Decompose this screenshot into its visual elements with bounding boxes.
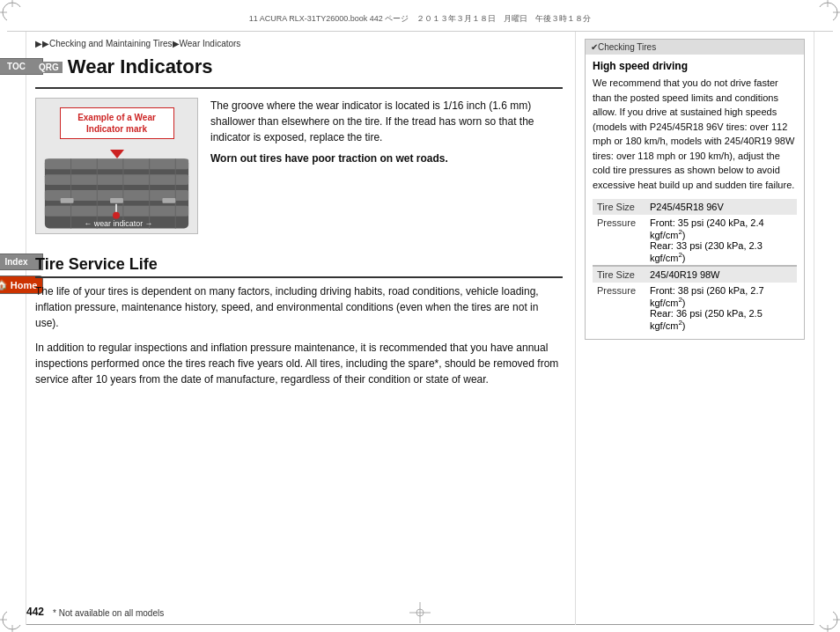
print-header: 11 ACURA RLX-31TY26000.book 442 ページ ２０１３… [7, 7, 833, 32]
right-sidebar [814, 32, 833, 625]
wear-image-box: Example of a Wear Indicator mark [35, 98, 198, 234]
wear-indicator-section: Example of a Wear Indicator mark [35, 98, 563, 243]
breadcrumb: ▶▶Checking and Maintaining Tires▶Wear In… [35, 39, 563, 48]
info-box-header-text: ✔Checking Tires [591, 42, 656, 52]
para1: The groove where the wear indicator is l… [210, 98, 563, 145]
pressure-label-1: Pressure [593, 215, 645, 266]
tire-size-label-2: Tire Size [593, 266, 645, 283]
table-row: Tire Size P245/45R18 96V [593, 199, 797, 215]
info-para: We recommend that you do not drive faste… [593, 76, 797, 192]
table-row: Pressure Front: 38 psi (260 kPa, 2.7 kgf… [593, 283, 797, 333]
tire-table: Tire Size P245/45R18 96V Pressure Front:… [593, 199, 797, 334]
tire-size-label-1: Tire Size [593, 199, 645, 215]
svg-rect-27 [162, 198, 175, 203]
section-title: Wear Indicators [68, 55, 213, 78]
table-row: Tire Size 245/40R19 98W [593, 266, 797, 283]
page-number: 442 [26, 606, 44, 618]
svg-rect-26 [110, 198, 123, 203]
table-row: Pressure Front: 35 psi (240 kPa, 2.4 kgf… [593, 215, 797, 266]
para1-bold: Worn out tires have poor traction on wet… [210, 151, 563, 166]
info-box-content: High speed driving We recommend that you… [586, 55, 804, 339]
section-title-row: QRG Wear Indicators [35, 55, 563, 78]
para2: The life of your tires is dependent on m… [35, 283, 563, 331]
pressure-value-1: Front: 35 psi (240 kPa, 2.4 kgf/cm2) Rea… [645, 215, 797, 266]
info-box: ✔Checking Tires High speed driving We re… [585, 39, 805, 340]
wear-label-text: Example of a Wear Indicator mark [77, 113, 156, 134]
main-content: TOC Maintenance Index 🏠 Home ▶▶Checking … [7, 32, 833, 625]
tire-size-value-2: 245/40R19 98W [645, 266, 797, 283]
tire-service-heading: Tire Service Life [35, 255, 563, 278]
para3: In addition to regular inspections and i… [35, 340, 563, 387]
wear-label-arrow [110, 150, 124, 158]
svg-point-29 [113, 212, 120, 219]
left-sidebar: TOC Maintenance Index 🏠 Home [7, 32, 26, 625]
pressure-value-2: Front: 38 psi (260 kPa, 2.7 kgf/cm2) Rea… [645, 283, 797, 333]
info-box-header: ✔Checking Tires [586, 40, 804, 55]
title-divider [35, 87, 563, 89]
svg-rect-25 [61, 198, 74, 203]
footnote: * Not available on all models [53, 608, 164, 618]
svg-rect-16 [45, 159, 188, 170]
tire-size-value-1: P245/45R18 96V [645, 199, 797, 215]
wear-indicator-text: The groove where the wear indicator is l… [210, 98, 563, 166]
svg-text:← wear indicator →: ← wear indicator → [84, 219, 152, 228]
wear-label-box: Example of a Wear Indicator mark [60, 107, 174, 139]
pressure-label-2: Pressure [593, 283, 645, 333]
content-body: ▶▶Checking and Maintaining Tires▶Wear In… [26, 32, 814, 625]
left-panel: ▶▶Checking and Maintaining Tires▶Wear In… [26, 32, 576, 625]
print-info: 11 ACURA RLX-31TY26000.book 442 ページ ２０１３… [249, 13, 592, 25]
tire-illustration: ← wear indicator → [36, 154, 197, 233]
home-icon: 🏠 [0, 279, 8, 290]
qrg-tag: QRG [35, 62, 63, 73]
breadcrumb-text: ▶▶Checking and Maintaining Tires▶Wear In… [35, 39, 240, 48]
svg-rect-17 [45, 175, 188, 186]
info-subheading: High speed driving [593, 60, 797, 72]
right-panel: ✔Checking Tires High speed driving We re… [576, 32, 814, 625]
